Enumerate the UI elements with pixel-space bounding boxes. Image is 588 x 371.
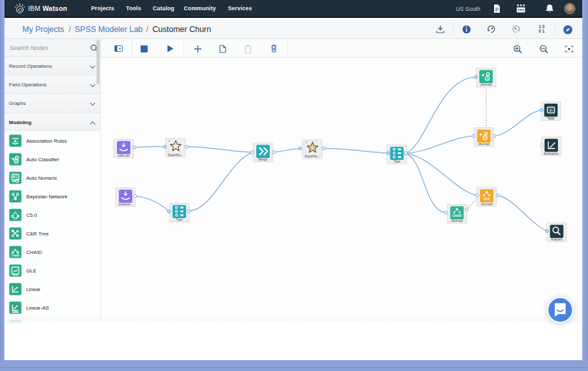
svg-text:CHAID: CHAID [11, 254, 19, 257]
svg-text:C5.0: C5.0 [484, 198, 490, 201]
svg-text:Table: Table [547, 117, 555, 120]
svg-text:R: R [306, 141, 307, 144]
svg-text:churned: churned [478, 143, 490, 146]
svg-text:CHAID: CHAID [453, 214, 462, 217]
svg-text:churned: churned [451, 219, 463, 223]
svg-text:5.0: 5.0 [13, 217, 17, 220]
svg-text:SuperNo...: SuperNo... [168, 154, 183, 157]
svg-text:Analysis: Analysis [551, 238, 563, 241]
svg-text:SuperNo...: SuperNo... [305, 155, 320, 158]
svg-text:GLE: GLE [12, 273, 18, 276]
svg-text:churned: churned [481, 203, 493, 206]
svg-text:R: R [169, 140, 171, 143]
svg-text:Evaluation: Evaluation [544, 152, 559, 155]
svg-text:custome...: custome... [118, 203, 133, 206]
svg-text:Merge: Merge [259, 158, 268, 161]
svg-text:churned: churned [481, 83, 492, 86]
svg-text:calls.csv: calls.csv [118, 154, 130, 157]
svg-text:Type: Type [176, 218, 183, 221]
svg-text:Type: Type [394, 160, 401, 163]
